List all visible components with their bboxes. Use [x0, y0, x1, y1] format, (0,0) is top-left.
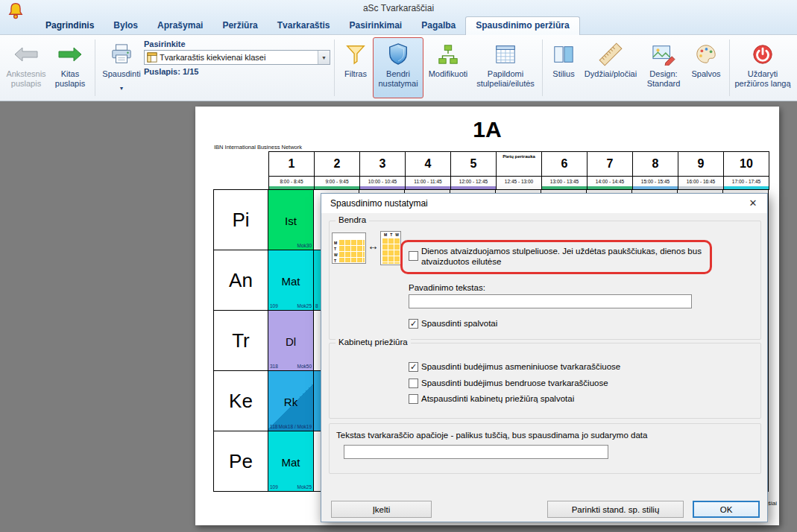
lesson-cell[interactable]: Mat109Mok25: [268, 431, 314, 492]
style-label: Stilius: [552, 69, 574, 79]
tab-bylos[interactable]: Bylos: [104, 17, 148, 34]
period-header-cell: 2: [314, 151, 360, 177]
time-header-cell: 13:00 - 13:45: [541, 176, 587, 190]
lesson-cell[interactable]: Mat109Mok25: [268, 250, 314, 311]
ruler-icon: [599, 41, 623, 68]
period-header-cell: 5: [450, 151, 497, 177]
colors-button[interactable]: Spalvos: [687, 37, 725, 98]
tab-perziura[interactable]: Peržiūra: [212, 17, 267, 34]
lesson-subject: Rk: [268, 396, 313, 408]
tab-spausdinimo-perziura[interactable]: Spausdinimo peržiūra: [465, 16, 579, 35]
days-in-rows-icon: M T W T: [332, 232, 366, 264]
duties-shared-label: Spausdinti budėjimus bendruose tvarkaraš…: [421, 378, 608, 388]
style-button[interactable]: Stilius: [546, 37, 581, 98]
timetable-select[interactable]: Tvarkaraštis kiekvienai klasei: [144, 50, 330, 65]
previous-page-label: Ankstesnis puslapis: [4, 69, 48, 89]
lesson-room: 109: [270, 303, 278, 308]
arrow-right-icon: [57, 41, 83, 68]
page-info: Puslapis: 1/15: [144, 67, 330, 76]
day-label-cell: An: [213, 250, 268, 311]
picture-pencil-icon: [652, 41, 675, 68]
dialog-close-button[interactable]: ✕: [745, 197, 761, 210]
period-header-cell: 8: [632, 151, 678, 177]
lesson-cell[interactable]: Dl318Mok50: [268, 310, 314, 371]
class-title: 1A: [195, 117, 779, 142]
lesson-cell[interactable]: IstMok30: [268, 189, 314, 250]
lesson-subject: Mat: [268, 275, 313, 288]
load-button[interactable]: Įkelti: [331, 501, 432, 518]
period-header-cell: 9: [678, 151, 724, 177]
time-header-cell: 16:00 - 16:45: [678, 176, 724, 190]
footer-text-input[interactable]: [344, 445, 608, 459]
ribbon-separator: [542, 39, 543, 96]
page-footer-text: šiai: [768, 500, 777, 507]
dialog-title: Spausdinimo nustatymai: [330, 198, 428, 209]
close-preview-label: Uždaryti peržiūros langą: [734, 69, 791, 89]
funnel-icon: [344, 41, 367, 68]
period-header-cell: 6: [541, 151, 587, 177]
lesson-room: 318: [270, 364, 278, 369]
time-header-cell: 8:00 - 8:45: [268, 176, 315, 190]
extra-columns-button[interactable]: Papildomi stulpeliai/eilutės: [473, 37, 538, 98]
ok-button[interactable]: OK: [693, 501, 760, 518]
lesson-teacher: Mok50: [297, 364, 312, 369]
power-icon: [752, 41, 774, 68]
tab-pagrindinis[interactable]: Pagrindinis: [36, 17, 104, 34]
design-label: Design: Standard: [641, 69, 686, 89]
tab-pasirinkimai[interactable]: Pasirinkimai: [339, 17, 412, 34]
duties-personal-checkbox[interactable]: [409, 362, 418, 372]
lesson-room: 118: [270, 424, 277, 429]
title-text-input[interactable]: [409, 294, 692, 308]
time-header-cell: 12:45 - 13:00: [496, 176, 542, 190]
modify-button[interactable]: Modifikuoti: [423, 37, 473, 98]
annotation-box: [400, 240, 712, 274]
panels-icon: [552, 41, 575, 68]
group-general-label: Bendra: [336, 215, 369, 224]
modify-label: Modifikuoti: [429, 69, 468, 79]
lesson-subject: Dl: [268, 335, 313, 348]
time-header-cell: 12:00 - 12:45: [450, 176, 497, 190]
next-page-button[interactable]: Kitas puslapis: [49, 37, 91, 98]
day-label-cell: Tr: [213, 310, 268, 371]
filter-button[interactable]: Filtras: [338, 37, 373, 98]
design-button[interactable]: Design: Standard: [640, 37, 687, 98]
mini-grid: [338, 239, 365, 262]
sizes-label: Dydžiai/pločiai: [585, 69, 637, 79]
print-dropdown-icon[interactable]: [119, 80, 125, 93]
print-button[interactable]: Spausdinti: [99, 37, 144, 98]
filter-label: Filtras: [344, 69, 367, 79]
lesson-subject: Mat: [268, 456, 313, 469]
tab-tvarkarastis[interactable]: Tvarkaraštis: [268, 17, 340, 34]
tab-pagalba[interactable]: Pagalba: [412, 17, 465, 34]
combo-dropdown-button[interactable]: [318, 51, 330, 64]
lesson-room: 8: [315, 303, 318, 308]
day-label-cell: Pi: [213, 189, 268, 250]
previous-page-button[interactable]: Ankstesnis puslapis: [3, 37, 49, 98]
print-in-color-checkbox[interactable]: [409, 319, 418, 329]
period-header-cell: 3: [359, 151, 406, 177]
print-in-color-label: Spausdinti spalvotai: [421, 318, 497, 329]
pick-standard-style-button[interactable]: Parinkti stand. sp. stilių: [547, 501, 684, 518]
sizes-button[interactable]: Dydžiai/pločiai: [581, 37, 640, 98]
title-text-label: Pavadinimo tekstas:: [409, 283, 485, 292]
duties-personal-label: Spausdinti budėjimus asmeniniuose tvarka…: [421, 361, 620, 372]
lesson-teacher: Mok25: [297, 303, 312, 308]
time-header-cell: 17:00 - 17:45: [723, 176, 769, 190]
duties-shared-checkbox[interactable]: [409, 379, 418, 388]
close-preview-button[interactable]: Uždaryti peržiūros langą: [734, 37, 792, 98]
extra-columns-label: Papildomi stulpeliai/eilutės: [473, 69, 538, 89]
dialog-titlebar[interactable]: Spausdinimo nustatymai ✕: [321, 194, 767, 213]
next-page-label: Kitas puslapis: [50, 69, 90, 89]
swap-arrow-icon: ↔: [368, 239, 379, 252]
general-settings-button[interactable]: Bendri nustatymai: [373, 37, 423, 98]
group-supervision-label: Kabinetų priežiūra: [336, 338, 411, 346]
general-settings-label: Bendri nustatymai: [374, 69, 423, 89]
watermark-text: IBN International Business Network: [214, 144, 302, 151]
tab-aprasymai[interactable]: Aprašymai: [148, 17, 212, 34]
period-header-cell: 1: [268, 151, 315, 177]
timetable-select-group: Pasirinkite Tvarkaraštis kiekvienai klas…: [144, 37, 330, 98]
day-label-cell: Ke: [213, 370, 268, 431]
lesson-teacher: Mok18 / Mok19: [279, 424, 312, 429]
supervision-color-checkbox[interactable]: [409, 394, 418, 404]
lesson-cell[interactable]: Rk118Mok18 / Mok19: [268, 370, 314, 431]
